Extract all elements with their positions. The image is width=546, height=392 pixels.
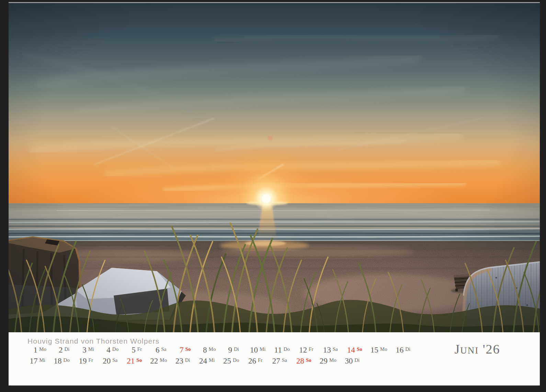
day-abbr: Fr bbox=[89, 357, 93, 363]
day-number: 20 bbox=[103, 357, 111, 365]
calendar-page: Houvig Strand von Thorsten Wolpers 1Mo2D… bbox=[9, 2, 540, 385]
calendar-day-15: 15Mo bbox=[367, 346, 391, 354]
day-number: 3 bbox=[82, 346, 87, 354]
day-abbr: Mi bbox=[39, 357, 45, 363]
vignette bbox=[9, 3, 540, 332]
day-number: 30 bbox=[345, 357, 353, 365]
day-abbr: Di bbox=[185, 357, 190, 363]
day-abbr: So bbox=[136, 357, 142, 363]
day-abbr: Di bbox=[405, 346, 410, 352]
day-abbr: Mi bbox=[209, 357, 215, 363]
day-number: 8 bbox=[203, 346, 207, 354]
calendar-day-13: 13Sa bbox=[318, 346, 343, 354]
calendar-day-21: 21So bbox=[122, 357, 147, 365]
day-abbr: Do bbox=[112, 346, 118, 352]
month-label: Juni '26 bbox=[443, 343, 512, 356]
calendar-day-23: 23Di bbox=[171, 357, 195, 365]
day-abbr: Mo bbox=[329, 357, 337, 363]
calendar-day-10: 10Mi bbox=[246, 346, 270, 354]
calendar-day-14: 14So bbox=[343, 346, 367, 354]
calendar-day-28: 28So bbox=[292, 357, 316, 365]
day-number: 15 bbox=[371, 346, 378, 354]
calendar-day-29: 29Mo bbox=[316, 357, 340, 365]
calendar-day-8: 8Mo bbox=[197, 346, 222, 354]
day-number: 7 bbox=[180, 346, 184, 354]
calendar-day-27: 27Sa bbox=[268, 357, 292, 365]
day-abbr: Fr bbox=[309, 346, 313, 352]
calendar-day-5: 5Fr bbox=[125, 346, 149, 354]
calendar-day-17: 17Mi bbox=[25, 357, 50, 365]
day-number: 9 bbox=[228, 346, 232, 354]
day-number: 25 bbox=[223, 357, 231, 365]
day-abbr: Di bbox=[65, 346, 70, 352]
day-abbr: Di bbox=[354, 357, 360, 363]
day-number: 24 bbox=[199, 357, 207, 365]
screenshot-root: { "backdrop_color": "#212122", "page": {… bbox=[0, 0, 546, 392]
calendar-day-16: 16Di bbox=[391, 346, 416, 354]
day-abbr: Do bbox=[284, 346, 290, 352]
day-number: 13 bbox=[323, 346, 331, 354]
day-abbr: Sa bbox=[333, 346, 338, 352]
day-number: 26 bbox=[248, 357, 256, 365]
day-abbr: Mo bbox=[160, 357, 167, 363]
photo-caption: Houvig Strand von Thorsten Wolpers bbox=[27, 337, 159, 345]
beach-photo bbox=[9, 3, 540, 332]
day-number: 18 bbox=[54, 357, 62, 365]
calendar-row-2: 17Mi18Do19Fr20Sa21So22Mo23Di24Mi25Do26Fr… bbox=[25, 357, 364, 365]
day-abbr: So bbox=[357, 346, 362, 352]
day-number: 1 bbox=[34, 346, 38, 354]
calendar-day-7: 7So bbox=[173, 346, 197, 354]
calendar-day-18: 18Do bbox=[50, 357, 74, 365]
calendar-day-22: 22Mo bbox=[147, 357, 171, 365]
calendar-day-12: 12Fr bbox=[294, 346, 319, 354]
calendar-day-3: 3Mi bbox=[76, 346, 101, 354]
beach-photo-art bbox=[9, 3, 540, 332]
day-abbr: Sa bbox=[282, 357, 287, 363]
day-number: 19 bbox=[79, 357, 87, 365]
calendar-day-2: 2Di bbox=[52, 346, 77, 354]
day-number: 16 bbox=[396, 346, 403, 354]
day-abbr: Sa bbox=[161, 346, 167, 352]
calendar-day-25: 25Do bbox=[219, 357, 243, 365]
day-number: 5 bbox=[132, 346, 136, 354]
day-number: 17 bbox=[30, 357, 37, 365]
calendar-day-24: 24Mi bbox=[195, 357, 219, 365]
calendar-day-19: 19Fr bbox=[74, 357, 98, 365]
day-number: 23 bbox=[175, 357, 183, 365]
calendar-day-26: 26Fr bbox=[243, 357, 268, 365]
day-abbr: Mo bbox=[209, 346, 216, 352]
day-abbr: Sa bbox=[112, 357, 117, 363]
day-number: 29 bbox=[320, 357, 328, 365]
day-number: 12 bbox=[299, 346, 307, 354]
day-abbr: Fr bbox=[137, 346, 142, 352]
day-abbr: Mo bbox=[380, 346, 387, 352]
day-number: 28 bbox=[296, 357, 304, 365]
day-number: 6 bbox=[156, 346, 160, 354]
calendar-day-30: 30Di bbox=[340, 357, 365, 365]
calendar-day-9: 9Di bbox=[221, 346, 246, 354]
calendar-strip: Houvig Strand von Thorsten Wolpers 1Mo2D… bbox=[9, 332, 540, 385]
calendar-day-1: 1Mo bbox=[28, 346, 52, 354]
calendar-day-6: 6Sa bbox=[149, 346, 173, 354]
day-number: 27 bbox=[272, 357, 280, 365]
day-abbr: Mi bbox=[260, 346, 266, 352]
day-number: 22 bbox=[150, 357, 158, 365]
day-number: 4 bbox=[106, 346, 111, 354]
day-number: 14 bbox=[347, 346, 355, 354]
day-number: 10 bbox=[250, 346, 258, 354]
calendar-day-11: 11Do bbox=[270, 346, 294, 354]
day-abbr: Di bbox=[234, 346, 239, 352]
day-abbr: Mi bbox=[88, 346, 94, 352]
calendar-day-4: 4Do bbox=[101, 346, 125, 354]
calendar-row-1: 1Mo2Di3Mi4Do5Fr6Sa7So8Mo9Di10Mi11Do12Fr1… bbox=[28, 346, 415, 354]
day-abbr: Fr bbox=[258, 357, 262, 363]
calendar-day-20: 20Sa bbox=[98, 357, 123, 365]
day-number: 21 bbox=[127, 357, 135, 365]
day-abbr: So bbox=[306, 357, 311, 363]
day-number: 11 bbox=[274, 346, 282, 354]
day-abbr: So bbox=[185, 346, 191, 352]
day-abbr: Mo bbox=[39, 346, 46, 352]
day-abbr: Do bbox=[64, 357, 70, 363]
day-abbr: Do bbox=[233, 357, 239, 363]
day-number: 2 bbox=[59, 346, 63, 354]
